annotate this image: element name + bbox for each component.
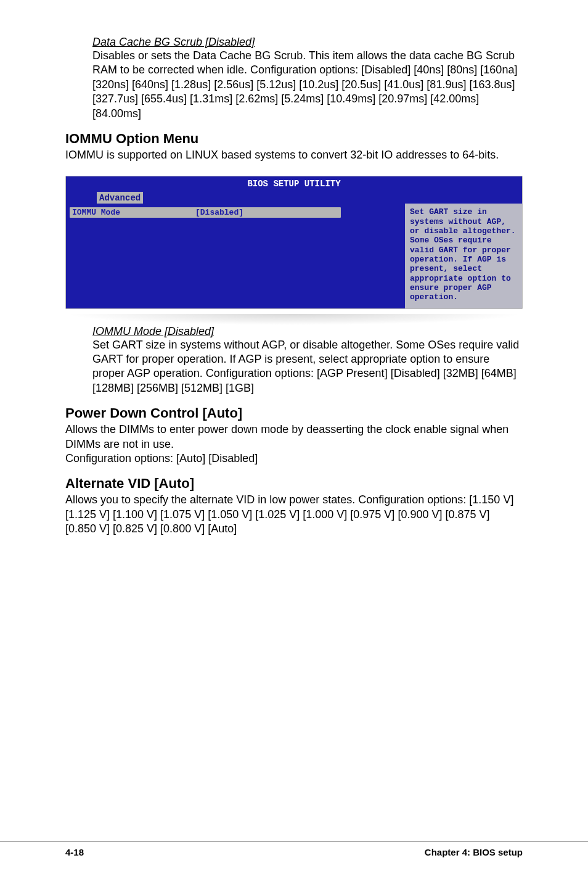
iommu-mode-title: IOMMU Mode [Disabled] [92, 325, 523, 338]
page-curl-shadow [65, 314, 523, 325]
bios-left-pane: IOMMU Mode [Disabled] [66, 204, 405, 308]
iommu-heading: IOMMU Option Menu [65, 131, 523, 147]
page-number: 4-18 [65, 847, 84, 857]
alternate-vid-body: Allows you to specify the alternate VID … [65, 493, 523, 536]
data-cache-title: Data Cache BG Scrub [Disabled] [92, 36, 523, 49]
iommu-mode-body: Set GART size in systems without AGP, or… [92, 338, 523, 396]
bios-row-label: IOMMU Mode [72, 208, 195, 217]
power-down-heading: Power Down Control [Auto] [65, 405, 523, 421]
bios-help-pane: Set GART size in systems without AGP, or… [405, 204, 522, 308]
bios-body: IOMMU Mode [Disabled] Set GART size in s… [66, 204, 522, 308]
bios-row-value: [Disabled] [195, 208, 243, 217]
alternate-vid-heading: Alternate VID [Auto] [65, 476, 523, 492]
bios-title: BIOS SETUP UTILITY [66, 176, 522, 189]
bios-header: BIOS SETUP UTILITY Advanced [66, 176, 522, 204]
chapter-label: Chapter 4: BIOS setup [425, 847, 523, 857]
bios-row-iommu-mode[interactable]: IOMMU Mode [Disabled] [70, 207, 341, 218]
power-down-body: Allows the DIMMs to enter power down mod… [65, 423, 523, 466]
page-footer: 4-18 Chapter 4: BIOS setup [0, 841, 588, 857]
data-cache-body: Disables or sets the Data Cache BG Scrub… [92, 49, 523, 121]
bios-screenshot: BIOS SETUP UTILITY Advanced IOMMU Mode [… [65, 176, 523, 308]
bios-tab-advanced[interactable]: Advanced [97, 192, 143, 204]
iommu-heading-body: IOMMU is supported on LINUX based system… [65, 148, 523, 162]
